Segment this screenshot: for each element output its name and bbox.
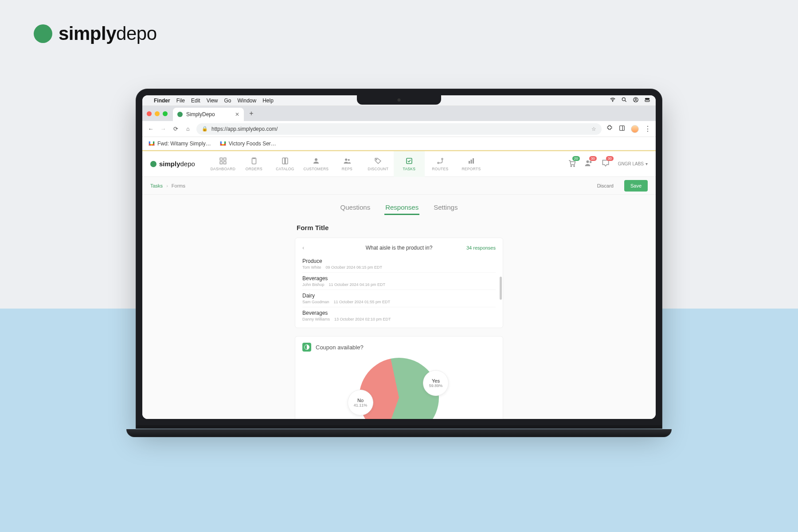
- scrollbar-thumb[interactable]: [500, 277, 502, 300]
- nav-routes[interactable]: ROUTES: [425, 151, 456, 177]
- coupon-card: Coupon available? No 41.11% Yes 59.89%: [295, 336, 503, 419]
- pie-chart: No 41.11% Yes 59.89%: [350, 358, 448, 419]
- control-center-icon[interactable]: [644, 97, 650, 104]
- cart-badge: 20: [572, 156, 580, 161]
- gmail-icon: [220, 141, 226, 146]
- response-count: 34 responses: [466, 245, 496, 250]
- question-text: What aisle is the product in?: [366, 245, 433, 251]
- url-text: https://app.simplydepo.com/: [211, 126, 278, 132]
- bookmark-star-icon[interactable]: ☆: [591, 126, 596, 132]
- window-maximize-icon[interactable]: [163, 111, 168, 116]
- new-tab-button[interactable]: +: [246, 108, 257, 119]
- tab-close-icon[interactable]: ✕: [235, 111, 239, 117]
- discard-button[interactable]: Discard: [591, 180, 620, 192]
- window-close-icon[interactable]: [147, 111, 152, 116]
- panel-icon[interactable]: [618, 125, 626, 133]
- nav-dashboard[interactable]: DASHBOARD: [207, 151, 239, 177]
- svg-point-25: [589, 161, 591, 163]
- mac-menu-file[interactable]: File: [176, 98, 185, 104]
- browser-tab-title: SimplyDepo: [186, 111, 215, 117]
- form-tabs: Questions Responses Settings: [142, 201, 656, 215]
- bookmark-item[interactable]: Victory Foods Ser…: [220, 141, 276, 147]
- nav-catalog[interactable]: CATALOG: [270, 151, 301, 177]
- forward-icon[interactable]: →: [159, 125, 167, 132]
- chevron-down-icon: ▾: [645, 161, 648, 166]
- form-title: Form Title: [297, 224, 503, 231]
- window-controls: [147, 111, 168, 116]
- nav-discount[interactable]: DISCOUNT: [363, 151, 394, 177]
- user-icon[interactable]: [633, 97, 639, 104]
- chevron-right-icon: ›: [166, 183, 168, 188]
- users-badge: 30: [589, 156, 597, 161]
- app-header: simplydepo DASHBOARD ORDERS CATALOG CUST…: [142, 151, 656, 177]
- prev-question-button[interactable]: ‹: [302, 244, 304, 251]
- bookmarks-bar: Fwd: Witamy Simply… Victory Foods Ser…: [142, 137, 656, 150]
- app-logo[interactable]: simplydepo: [150, 160, 195, 168]
- nav-orders[interactable]: ORDERS: [239, 151, 270, 177]
- home-icon[interactable]: ⌂: [184, 125, 192, 132]
- mac-menu-go[interactable]: Go: [224, 98, 231, 104]
- svg-rect-10: [223, 161, 226, 164]
- answer-user: John Bishop: [302, 282, 325, 287]
- mac-menu-edit[interactable]: Edit: [191, 98, 200, 104]
- answer-value: Beverages: [302, 310, 496, 316]
- content-area: Questions Responses Settings Form Title …: [142, 195, 656, 419]
- org-switcher[interactable]: GNGR LABS▾: [618, 161, 648, 166]
- search-icon[interactable]: [621, 97, 627, 104]
- answer-time: 09 October 2024 06:15 pm EDT: [326, 265, 383, 270]
- answer-value: Dairy: [302, 293, 496, 299]
- answer-list[interactable]: Produce Tom White09 October 2024 06:15 p…: [295, 255, 503, 328]
- nav-customers[interactable]: CUSTOMERS: [301, 151, 332, 177]
- nav-reports[interactable]: REPORTS: [456, 151, 487, 177]
- svg-rect-4: [645, 98, 650, 100]
- back-icon[interactable]: ←: [147, 125, 155, 132]
- profile-avatar[interactable]: [631, 125, 639, 133]
- mac-menu-app[interactable]: Finder: [154, 98, 170, 104]
- svg-point-1: [622, 98, 625, 101]
- address-bar[interactable]: 🔒 https://app.simplydepo.com/ ☆: [196, 123, 602, 135]
- svg-point-17: [438, 162, 439, 164]
- chat-button[interactable]: 30: [601, 159, 610, 169]
- tab-responses[interactable]: Responses: [384, 201, 419, 215]
- favicon-icon: [177, 112, 183, 117]
- answer-value: Beverages: [302, 275, 496, 282]
- mac-menu-view[interactable]: View: [207, 98, 218, 104]
- answer-value: Produce: [302, 258, 496, 264]
- svg-point-12: [315, 158, 317, 161]
- mac-menu-help[interactable]: Help: [262, 98, 274, 104]
- breadcrumb-bar: Tasks › Forms Discard Save: [142, 177, 656, 195]
- svg-point-0: [612, 101, 613, 102]
- question-card: ‹ What aisle is the product in? 34 respo…: [295, 238, 503, 328]
- answer-row: Beverages Danny Williams13 October 2024 …: [302, 307, 496, 324]
- bookmark-item[interactable]: Fwd: Witamy Simply…: [149, 141, 211, 147]
- breadcrumb-current: Forms: [172, 183, 185, 188]
- nav-reps[interactable]: REPS: [332, 151, 363, 177]
- svg-rect-16: [407, 158, 412, 164]
- brand-text: simplydepo: [59, 23, 157, 44]
- answer-row: Produce Tom White09 October 2024 06:15 p…: [302, 255, 496, 273]
- save-button[interactable]: Save: [624, 180, 648, 192]
- window-minimize-icon[interactable]: [155, 111, 160, 116]
- wifi-icon[interactable]: [610, 97, 616, 104]
- pie-label-yes: Yes 59.89%: [423, 370, 449, 396]
- tab-questions[interactable]: Questions: [340, 201, 372, 215]
- chrome-menu-icon[interactable]: ⋮: [644, 125, 651, 133]
- laptop-frame: Finder File Edit View Go Window Help: [126, 89, 672, 437]
- svg-rect-9: [220, 161, 222, 164]
- cart-button[interactable]: 20: [567, 159, 576, 169]
- nav-tasks[interactable]: TASKS: [394, 151, 425, 177]
- tab-settings[interactable]: Settings: [433, 201, 458, 215]
- svg-point-13: [345, 158, 347, 160]
- svg-rect-5: [645, 100, 650, 102]
- main-nav: DASHBOARD ORDERS CATALOG CUSTOMERS REPS …: [207, 151, 487, 177]
- breadcrumb-root[interactable]: Tasks: [150, 183, 163, 188]
- answer-user: Tom White: [302, 265, 321, 270]
- extensions-icon[interactable]: [606, 125, 613, 133]
- reload-icon[interactable]: ⟳: [172, 125, 180, 132]
- browser-tabstrip: SimplyDepo ✕ +: [142, 106, 656, 121]
- users-button[interactable]: 30: [584, 159, 593, 169]
- browser-tab[interactable]: SimplyDepo ✕: [173, 108, 244, 121]
- pie-label-no: No 41.11%: [348, 390, 373, 415]
- gmail-icon: [149, 141, 155, 146]
- mac-menu-window[interactable]: Window: [238, 98, 257, 104]
